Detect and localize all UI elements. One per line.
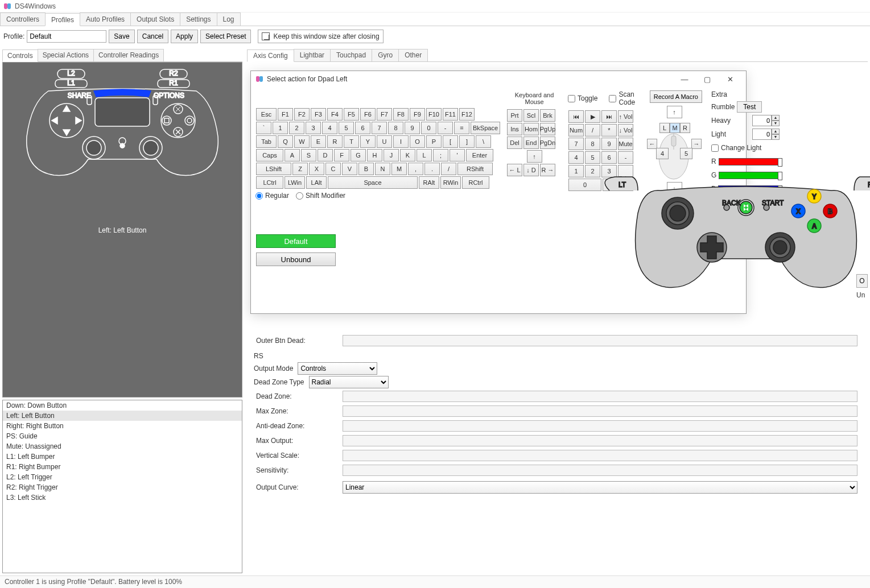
- key-u[interactable]: U: [377, 135, 392, 148]
- heavy-input[interactable]: [752, 115, 772, 126]
- key-prt[interactable]: Prt: [507, 109, 522, 122]
- key-f12[interactable]: F12: [459, 108, 475, 121]
- list-item[interactable]: Mute: Unassigned: [3, 441, 242, 452]
- key-f1[interactable]: F1: [278, 108, 293, 121]
- mouse-5-button[interactable]: 5: [680, 148, 692, 159]
- tab-output-slots[interactable]: Output Slots: [130, 13, 180, 26]
- list-item[interactable]: PS: Guide: [3, 431, 242, 441]
- key-enter[interactable]: Ent er: [618, 165, 633, 191]
- rs-maxout-input[interactable]: [343, 435, 857, 446]
- g-slider[interactable]: [719, 172, 781, 179]
- key-j[interactable]: J: [384, 149, 399, 162]
- tab-lightbar[interactable]: Lightbar: [294, 49, 331, 61]
- shift-modifier-radio[interactable]: Shift Modifier: [296, 192, 345, 200]
- rs-output-mode-select[interactable]: Controls: [298, 362, 377, 375]
- key-n[interactable]: N: [375, 163, 390, 175]
- key-k[interactable]: K: [400, 149, 415, 162]
- rs-max-input[interactable]: [343, 405, 857, 417]
- key-scl[interactable]: Scl: [523, 109, 539, 122]
- list-item[interactable]: R1: Right Bumper: [3, 462, 242, 472]
- key-multiply[interactable]: *: [601, 124, 617, 136]
- key-f6[interactable]: F6: [360, 108, 376, 121]
- key-e[interactable]: E: [311, 135, 326, 148]
- mouse-4-button[interactable]: 4: [656, 148, 669, 159]
- key-lwin[interactable]: LWin: [284, 176, 305, 189]
- key-[interactable]: `: [256, 122, 271, 134]
- key-ralt[interactable]: RAlt: [419, 176, 439, 189]
- key-8[interactable]: 8: [388, 122, 403, 134]
- key-esc[interactable]: Esc: [256, 108, 277, 121]
- record-macro-button[interactable]: Record A Macro: [650, 90, 702, 103]
- key-o[interactable]: O: [410, 135, 425, 148]
- rs-dead-input[interactable]: [343, 391, 857, 402]
- key-7[interactable]: 7: [372, 122, 387, 134]
- key-0[interactable]: 0: [568, 179, 601, 191]
- key-m[interactable]: M: [391, 163, 407, 175]
- mouse-up[interactable]: ↑: [667, 106, 682, 118]
- key-c[interactable]: C: [325, 163, 341, 175]
- tab-controller-readings[interactable]: Controller Readings: [93, 49, 164, 61]
- key-f4[interactable]: F4: [327, 108, 343, 121]
- list-item[interactable]: R2: Right Trigger: [3, 482, 242, 492]
- rs-anti-input[interactable]: [343, 420, 857, 432]
- key-media-play[interactable]: ▶: [585, 110, 600, 123]
- key-divide[interactable]: /: [585, 124, 600, 136]
- key-9[interactable]: 9: [405, 122, 420, 134]
- list-item[interactable]: L3: Left Stick: [3, 492, 242, 503]
- tab-settings[interactable]: Settings: [180, 13, 217, 26]
- key-del[interactable]: Del: [507, 136, 522, 149]
- tab-special-actions[interactable]: Special Actions: [38, 49, 94, 61]
- key-dot[interactable]: .: [603, 179, 618, 191]
- key-bkspace[interactable]: BkSpace: [471, 122, 500, 134]
- save-button[interactable]: Save: [109, 30, 134, 43]
- change-light-checkbox[interactable]: Change Light: [711, 144, 761, 152]
- key-a[interactable]: A: [284, 149, 300, 162]
- key-lctrl[interactable]: LCtrl: [256, 176, 283, 189]
- key-6[interactable]: 6: [355, 122, 370, 134]
- key-[interactable]: .: [424, 163, 440, 175]
- key-5[interactable]: 5: [585, 151, 600, 164]
- key-tab[interactable]: Tab: [256, 135, 277, 148]
- key-[interactable]: =: [454, 122, 469, 134]
- tab-gyro[interactable]: Gyro: [372, 49, 399, 61]
- tab-log[interactable]: Log: [217, 13, 241, 26]
- key-rwin[interactable]: RWin: [440, 176, 461, 189]
- key-1[interactable]: 1: [273, 122, 288, 134]
- key-volup[interactable]: ↑ Vol: [618, 110, 633, 123]
- key-caps[interactable]: Caps: [256, 149, 283, 162]
- dialog-titlebar[interactable]: Select action for Dpad Left — ▢ ✕: [251, 71, 746, 87]
- key-voldown[interactable]: ↓ Vol: [618, 124, 633, 136]
- key-0[interactable]: 0: [421, 122, 436, 134]
- tab-touchpad[interactable]: Touchpad: [330, 49, 372, 61]
- key-3[interactable]: 3: [601, 165, 617, 177]
- tab-axis-config[interactable]: Axis Config: [247, 49, 294, 62]
- tab-profiles[interactable]: Profiles: [45, 13, 80, 26]
- keep-window-size-button[interactable]: Keep this window size after closing: [258, 30, 383, 43]
- key-9[interactable]: 9: [601, 138, 617, 150]
- rs-vert-input[interactable]: [343, 450, 857, 461]
- b-slider[interactable]: [718, 185, 781, 193]
- minimize-icon[interactable]: —: [673, 71, 696, 87]
- key-7[interactable]: 7: [568, 138, 584, 150]
- list-item[interactable]: L2: Left Trigger: [3, 472, 242, 482]
- flash-rate-input[interactable]: [752, 210, 772, 222]
- key-f8[interactable]: F8: [393, 108, 409, 121]
- key-i[interactable]: I: [393, 135, 409, 148]
- key-q[interactable]: Q: [278, 135, 293, 148]
- key-h[interactable]: H: [367, 149, 382, 162]
- key-lshift[interactable]: LShift: [256, 163, 291, 175]
- rs-sens-input[interactable]: [343, 465, 857, 476]
- key-f7[interactable]: F7: [377, 108, 392, 121]
- tab-auto-profiles[interactable]: Auto Profiles: [80, 13, 131, 26]
- key-f10[interactable]: F10: [426, 108, 442, 121]
- ds4-controller-diagram[interactable]: L2 R2 L1 R1 SHARE OPTIONS: [2, 62, 242, 397]
- key-1[interactable]: 1: [568, 165, 584, 177]
- close-icon[interactable]: ✕: [719, 71, 741, 87]
- maximize-icon[interactable]: ▢: [696, 71, 719, 87]
- key-s[interactable]: S: [301, 149, 316, 162]
- key-[interactable]: ;: [433, 149, 448, 162]
- out-button[interactable]: O: [856, 274, 868, 288]
- key-rctrl[interactable]: RCtrl: [462, 176, 489, 189]
- outer-dead-input[interactable]: [343, 335, 857, 346]
- tab-other[interactable]: Other: [398, 49, 428, 61]
